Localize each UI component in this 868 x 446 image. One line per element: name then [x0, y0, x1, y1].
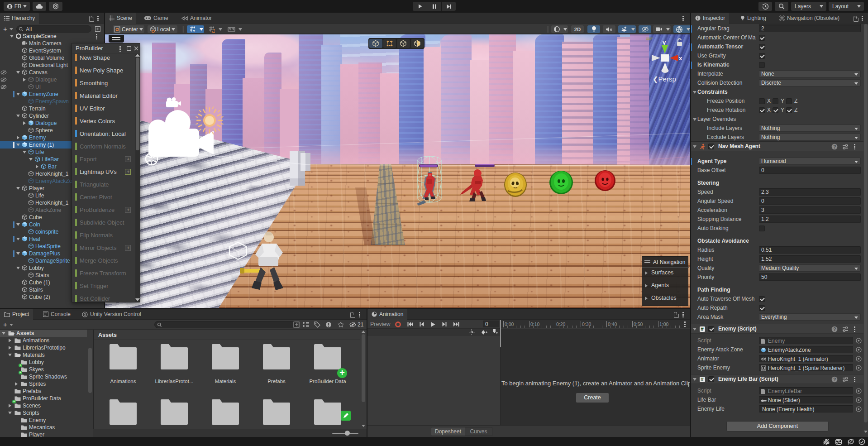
svg-text:?: ? — [833, 144, 836, 149]
svg-text:x: x — [679, 55, 682, 62]
svg-text:?: ? — [833, 327, 836, 332]
svg-text:❮Persp: ❮Persp — [653, 75, 676, 83]
svg-text:y: y — [663, 39, 666, 46]
svg-text:?: ? — [833, 377, 836, 382]
svg-text:Y: Y — [193, 29, 196, 33]
svg-text:#: # — [701, 377, 703, 382]
svg-text:#: # — [701, 326, 703, 332]
